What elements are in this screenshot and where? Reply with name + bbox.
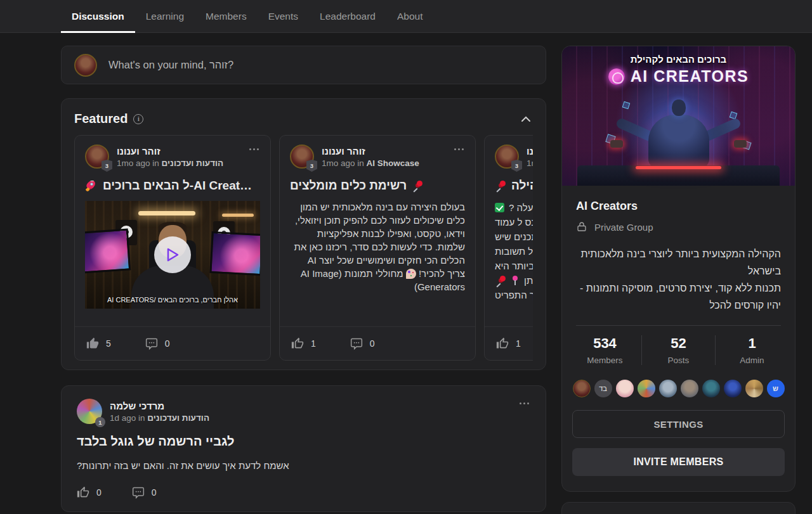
like-button[interactable]: 1 xyxy=(496,337,521,350)
member-avatar[interactable] xyxy=(745,380,763,397)
chevron-up-icon xyxy=(521,116,530,122)
thumbs-up-icon xyxy=(86,337,99,350)
post-time: 1d ago in xyxy=(110,413,145,423)
member-avatar[interactable] xyxy=(573,380,591,397)
post-title[interactable]: קהילה xyxy=(495,179,533,193)
post-composer[interactable]: What's on your mind, זוהר? xyxy=(61,46,546,84)
post-title-text: רשימת כלים מומלצים xyxy=(290,179,407,193)
tab-about[interactable]: About xyxy=(386,0,434,32)
level-badge: 3 xyxy=(511,160,522,172)
member-avatar[interactable] xyxy=(616,380,634,397)
post-category[interactable]: הודעות ועדכונים xyxy=(147,413,209,423)
thumbs-up-icon xyxy=(77,486,89,499)
tab-learning-label: Learning xyxy=(146,11,184,22)
post-time: 1mo ago in xyxy=(117,158,159,168)
member-avatar[interactable] xyxy=(681,380,698,397)
leaderboard-card: Leaderboard (30-days) xyxy=(561,502,796,514)
tab-learning[interactable]: Learning xyxy=(135,0,195,32)
banner-welcome-text: ברוכים הבאים לקהילת xyxy=(562,54,795,65)
main-column: What's on your mind, זוהר? Featured i xyxy=(61,46,546,512)
card-menu-button[interactable] xyxy=(248,145,260,154)
stat-posts[interactable]: 52 Posts xyxy=(641,335,715,365)
like-count: 5 xyxy=(106,338,111,349)
post-title[interactable]: רשימת כלים מומלצים xyxy=(290,179,465,193)
member-avatar[interactable] xyxy=(724,380,742,397)
featured-title: Featured xyxy=(74,112,128,126)
comment-button[interactable]: 0 xyxy=(350,337,375,350)
author-avatar[interactable]: 3 xyxy=(85,145,109,169)
group-description: הקהילה המקצועית ביותר ליוצרי בינה מלאכות… xyxy=(576,245,781,314)
post-title-text: קהילה xyxy=(511,179,533,193)
member-avatar[interactable] xyxy=(638,380,655,397)
post-title[interactable]: ברוכים‎ הבאים‎ ל-AI Creat… xyxy=(85,179,260,193)
group-privacy: Private Group xyxy=(594,222,653,233)
post-time: 1mo ago in xyxy=(322,158,364,168)
invite-members-button[interactable]: INVITE MEMBERS xyxy=(572,448,785,476)
post-title[interactable]: לגביי הרשמה של גוגל בלבד xyxy=(77,434,530,449)
video-thumbnail[interactable]: אהלן חברים, ברוכים הבאים /AI CREATORS xyxy=(85,201,260,309)
like-button[interactable]: 1 xyxy=(291,337,316,350)
stat-members[interactable]: 534 Members xyxy=(568,335,641,365)
tab-about-label: About xyxy=(397,11,423,22)
screen-left xyxy=(85,228,131,273)
pushpin-emoji-icon xyxy=(495,180,506,191)
post-menu-button[interactable] xyxy=(518,399,530,408)
author-avatar[interactable]: 1 xyxy=(77,399,102,424)
author-avatar[interactable]: 3 xyxy=(495,145,519,169)
tab-events[interactable]: Events xyxy=(258,0,309,32)
author-avatar[interactable]: 3 xyxy=(290,145,314,169)
banner-group-name: AI CREATORS xyxy=(631,67,749,86)
stat-admin[interactable]: 1 Admin xyxy=(715,335,789,365)
tab-members[interactable]: Members xyxy=(195,0,258,32)
play-icon xyxy=(166,248,179,262)
member-avatar-initials[interactable]: ש xyxy=(767,380,785,397)
post-body: אשמח לדעת איך עושים את זה. והאם יש בזה י… xyxy=(77,460,530,471)
like-button[interactable]: 0 xyxy=(77,486,102,499)
post-meta: 1d ago in הודעות ועדכונים xyxy=(110,413,209,423)
top-nav: Discussion Learning Members Events Leade… xyxy=(0,0,812,33)
member-avatar[interactable] xyxy=(659,380,677,397)
author-name[interactable]: זוהר וענונו xyxy=(117,146,223,157)
like-button[interactable]: 5 xyxy=(86,337,111,350)
like-count: 0 xyxy=(96,487,102,498)
comment-icon xyxy=(132,486,145,499)
featured-cards-row: 3 זוהר וענונו 1mo ago in הודעות ועדכונים… xyxy=(74,135,533,361)
tab-leaderboard[interactable]: Leaderboard xyxy=(309,0,386,32)
author-name[interactable]: זוהר וענונו xyxy=(322,146,419,157)
post-category[interactable]: AI Showcase xyxy=(367,158,419,168)
collapse-featured-button[interactable] xyxy=(519,113,533,124)
card-menu-button[interactable] xyxy=(453,145,465,154)
group-card: ברוכים הבאים לקהילת AI CREATORS AI Creat… xyxy=(561,46,796,492)
like-count: 1 xyxy=(516,338,521,349)
post-excerpt-text: בעולם היצירה עם בינה מלאכותית יש המון כל… xyxy=(294,202,465,279)
featured-card-community[interactable]: 3 זוהר וענונו 1mo ago in הודעות ועדכונים… xyxy=(484,135,533,361)
group-stats: 534 Members 52 Posts 1 Admin xyxy=(562,326,795,373)
tab-leaderboard-label: Leaderboard xyxy=(320,11,376,22)
play-button[interactable] xyxy=(154,236,191,273)
member-avatar[interactable] xyxy=(702,380,720,397)
comment-button[interactable]: 0 xyxy=(145,337,170,350)
featured-card-tools[interactable]: 3 זוהר וענונו 1mo ago in AI Showcase רשי… xyxy=(279,135,476,361)
post-category[interactable]: הודעות ועדכונים xyxy=(162,158,224,168)
post-meta: 1mo ago in הודעות ועדכונים xyxy=(117,158,223,168)
post-excerpt: למעלה ? היכנס ל עמוד התכנים שיש קבל תשוב… xyxy=(495,200,533,302)
feed-post[interactable]: 1 מרדכי שלמה 1d ago in הודעות ועדכונים ל… xyxy=(61,385,546,512)
author-name[interactable]: מרדכי שלמה xyxy=(110,401,209,411)
level-badge: 3 xyxy=(102,160,112,172)
tab-events-label: Events xyxy=(268,11,298,22)
tab-discussion[interactable]: Discussion xyxy=(61,0,135,32)
author-name[interactable]: זוהר וענונו xyxy=(527,146,533,157)
lock-icon xyxy=(576,221,587,233)
featured-section: Featured i 3 xyxy=(61,98,546,370)
comment-button[interactable]: 0 xyxy=(132,486,157,499)
post-time: 1mo ago in xyxy=(527,158,533,168)
current-user-avatar[interactable] xyxy=(74,54,97,77)
featured-card-welcome[interactable]: 3 זוהר וענונו 1mo ago in הודעות ועדכונים… xyxy=(74,135,271,361)
member-avatar-initials[interactable]: בד xyxy=(594,380,612,397)
post-meta: 1mo ago in AI Showcase xyxy=(322,158,419,168)
tab-discussion-label: Discussion xyxy=(72,11,124,22)
comment-count: 0 xyxy=(152,487,157,498)
palette-emoji-icon xyxy=(406,269,416,279)
info-icon[interactable]: i xyxy=(133,114,143,124)
settings-button[interactable]: SETTINGS xyxy=(572,410,785,438)
